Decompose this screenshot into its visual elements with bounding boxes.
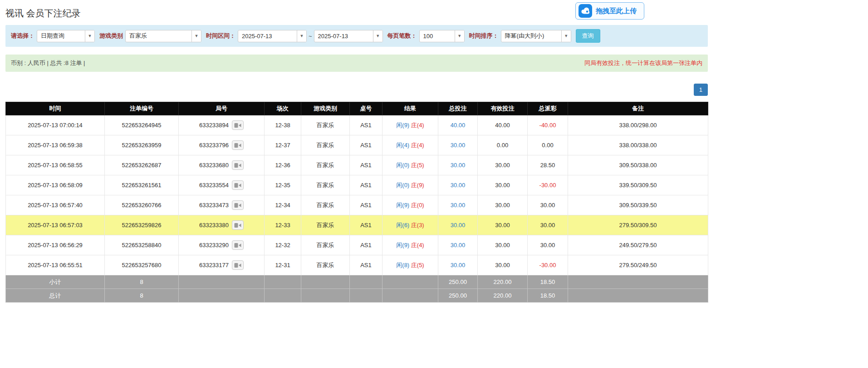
round-cell: 633233473 [179, 195, 265, 215]
total-bet-link[interactable]: 30.00 [451, 262, 466, 269]
summary-payout-cell: 18.50 [528, 275, 568, 289]
summary-table-no-cell [350, 275, 383, 289]
round-cell: 633233554 [179, 175, 265, 195]
time-cell: 2025-07-13 06:57:40 [6, 195, 105, 215]
result-cell: 闲(8) 庄(5) [383, 255, 438, 275]
total-bet-link[interactable]: 30.00 [451, 182, 466, 189]
table-no-cell: AS1 [350, 115, 383, 135]
round-cell: 633233894 [179, 115, 265, 135]
round-replay-icon[interactable] [232, 260, 244, 270]
session-cell: 12-35 [265, 175, 301, 195]
summary-game-type-cell [301, 275, 350, 289]
date-range-label: 时间区间： [206, 32, 235, 40]
page-button-1[interactable]: 1 [694, 84, 708, 96]
total-bet-link[interactable]: 30.00 [451, 142, 466, 149]
date-to-value: 2025-07-13 [314, 33, 352, 40]
round-id: 633233894 [199, 122, 229, 129]
summary-total-bet-cell: 250.00 [438, 275, 478, 289]
round-replay-icon[interactable] [232, 220, 244, 230]
time-cell: 2025-07-13 06:57:03 [6, 215, 105, 235]
date-range-separator: ~ [309, 33, 312, 40]
payout-cell: 0.00 [528, 135, 568, 155]
table-row: 2025-07-13 06:59:38522653263959633233796… [6, 135, 708, 155]
table-no-cell: AS1 [350, 135, 383, 155]
total-bet-cell: 30.00 [438, 195, 478, 215]
date-from-value: 2025-07-13 [238, 33, 276, 40]
page-container: 视讯 会员下注纪录 请选择： 日期查询 ▼ 游戏类别 百家乐 ▼ 时间区间： 2… [0, 7, 713, 303]
total-bet-link[interactable]: 40.00 [451, 122, 466, 129]
player-result: 闲(9) [396, 202, 409, 209]
player-result: 闲(9) [396, 242, 409, 249]
column-header-8: 有效投注 [478, 102, 528, 115]
filter-bar: 请选择： 日期查询 ▼ 游戏类别 百家乐 ▼ 时间区间： 2025-07-13 … [5, 25, 708, 47]
table-no-cell: AS1 [350, 235, 383, 255]
banker-result: 庄(4) [411, 242, 424, 249]
result-cell: 闲(6) 庄(3) [383, 215, 438, 235]
time-cell: 2025-07-13 06:55:51 [6, 255, 105, 275]
round-id: 633233796 [199, 142, 229, 149]
result-cell: 闲(9) 庄(0) [383, 195, 438, 215]
game-type-cell: 百家乐 [301, 235, 350, 255]
table-row: 2025-07-13 06:57:03522653259826633233380… [6, 215, 708, 235]
total-bet-link[interactable]: 30.00 [451, 162, 466, 169]
round-id: 633233680 [199, 162, 229, 169]
remark-cell: 309.50/338.00 [568, 155, 708, 175]
bet-id-cell: 522653263959 [105, 135, 179, 155]
game-type-cell: 百家乐 [301, 175, 350, 195]
total-bet-cell: 30.00 [438, 175, 478, 195]
session-cell: 12-34 [265, 195, 301, 215]
query-button[interactable]: 查询 [576, 29, 600, 43]
date-to-picker[interactable]: 2025-07-13 ▼ [314, 30, 383, 42]
round-cell: 633233290 [179, 235, 265, 255]
table-row: 2025-07-13 06:56:29522653258840633233290… [6, 235, 708, 255]
table-row: 2025-07-13 06:58:55522653262687633233680… [6, 155, 708, 175]
summary-session-cell [265, 275, 301, 289]
round-id: 633233554 [199, 182, 229, 189]
player-result: 闲(8) [396, 262, 409, 269]
summary-round-cell [179, 289, 265, 303]
total-bet-link[interactable]: 30.00 [451, 202, 466, 209]
time-cell: 2025-07-13 06:56:29 [6, 235, 105, 255]
player-result: 闲(0) [396, 162, 409, 169]
chevron-down-icon: ▼ [561, 30, 571, 42]
bet-records-table: 时间注单编号局号场次游戏类别桌号结果总投注有效投注总派彩备注 2025-07-1… [5, 102, 708, 303]
round-replay-icon[interactable] [232, 180, 244, 190]
round-cell: 633233796 [179, 135, 265, 155]
total-bet-cell: 30.00 [438, 155, 478, 175]
total-bet-cell: 30.00 [438, 235, 478, 255]
summary-remark-cell [568, 289, 708, 303]
payout-cell: 30.00 [528, 215, 568, 235]
time-sort-select[interactable]: 降冪(由大到小) ▼ [501, 30, 571, 42]
total-bet-link[interactable]: 30.00 [451, 222, 466, 229]
valid-bet-cell: 30.00 [478, 175, 528, 195]
round-replay-icon[interactable] [232, 240, 244, 250]
round-replay-icon[interactable] [232, 160, 244, 170]
result-cell: 闲(4) 庄(4) [383, 135, 438, 155]
round-id: 633233380 [199, 222, 229, 229]
round-replay-icon[interactable] [232, 120, 244, 130]
player-result: 闲(6) [396, 222, 409, 229]
payout-cell: 30.00 [528, 235, 568, 255]
chevron-down-icon: ▼ [85, 30, 94, 42]
total-bet-cell: 30.00 [438, 135, 478, 155]
round-replay-icon[interactable] [232, 140, 244, 150]
query-type-select[interactable]: 日期查询 ▼ [37, 30, 95, 42]
column-header-4: 游戏类别 [301, 102, 350, 115]
summary-bar: 币别 : 人民币 | 总共 :8 注单 | 同局有效投注，统一计算在该局第一张注… [5, 55, 708, 72]
game-type-select[interactable]: 百家乐 ▼ [125, 30, 201, 42]
payout-cell: -30.00 [528, 175, 568, 195]
round-replay-icon[interactable] [232, 200, 244, 210]
upload-dropzone-button[interactable]: 拖拽至此上传 [575, 2, 644, 20]
game-type-label: 游戏类别 [99, 32, 123, 40]
page-size-select[interactable]: 100 ▼ [419, 30, 465, 42]
table-no-cell: AS1 [350, 155, 383, 175]
currency-total-text: 币别 : 人民币 | 总共 :8 注单 | [11, 59, 85, 67]
date-from-picker[interactable]: 2025-07-13 ▼ [238, 30, 307, 42]
banker-result: 庄(5) [411, 262, 424, 269]
table-header-row: 时间注单编号局号场次游戏类别桌号结果总投注有效投注总派彩备注 [6, 102, 708, 115]
remark-cell: 279.50/309.50 [568, 215, 708, 235]
total-bet-link[interactable]: 30.00 [451, 242, 466, 249]
round-cell: 633233680 [179, 155, 265, 175]
valid-bet-cell: 30.00 [478, 155, 528, 175]
valid-bet-cell: 30.00 [478, 195, 528, 215]
